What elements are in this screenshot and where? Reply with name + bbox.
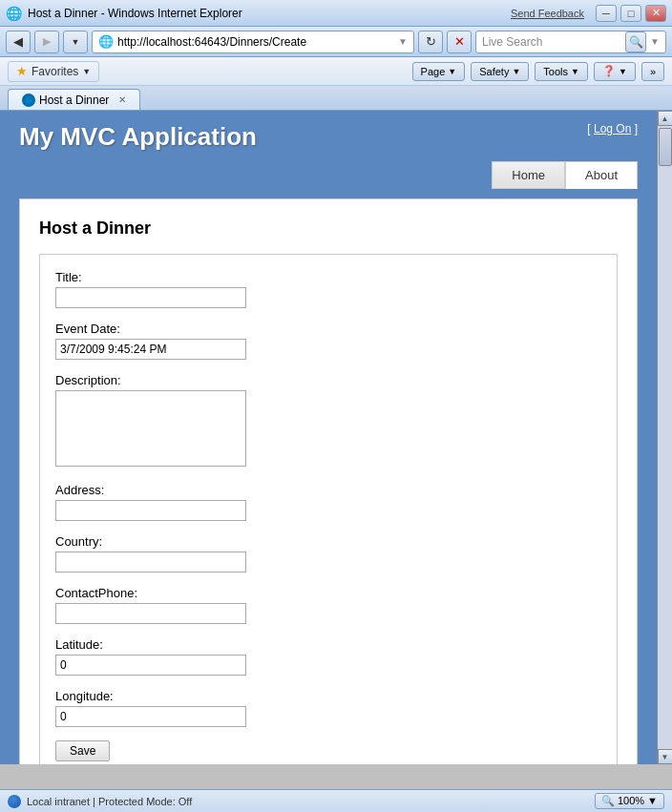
live-search-label: Live Search (482, 35, 542, 49)
send-feedback-link[interactable]: Send Feedback (511, 8, 584, 19)
zoom-level: 100% (618, 795, 644, 806)
event-date-input[interactable] (55, 339, 246, 360)
minimize-button[interactable]: ─ (596, 5, 617, 22)
tab-bar: Host a Dinner ✕ (0, 86, 672, 111)
title-label: Title: (55, 270, 601, 284)
recent-pages-button[interactable]: ▼ (63, 31, 88, 53)
safety-dropdown-icon: ▼ (512, 67, 520, 76)
help-icon: ❓ (602, 65, 616, 77)
ie-page-icon: 🌐 (98, 34, 114, 49)
latitude-form-group: Latitude: (55, 637, 601, 676)
refresh-button[interactable]: ↻ (418, 31, 443, 53)
description-textarea[interactable] (55, 390, 246, 467)
stop-button[interactable]: ✕ (447, 31, 472, 53)
browser-content: My MVC Application [ Log On ] Home About… (0, 111, 672, 764)
tab-close-icon[interactable]: ✕ (118, 94, 126, 105)
address-bar: ◀ ▶ ▼ 🌐 ▼ ↻ ✕ Live Search 🔍 ▼ (0, 27, 672, 57)
url-dropdown-icon[interactable]: ▼ (398, 36, 408, 47)
maximize-button[interactable]: □ (620, 5, 641, 22)
log-on-link[interactable]: Log On (594, 122, 631, 135)
app-header: My MVC Application [ Log On ] (0, 111, 657, 152)
event-date-form-group: Event Date: (55, 322, 601, 360)
url-input[interactable] (117, 35, 394, 49)
country-input[interactable] (55, 552, 246, 573)
scroll-thumb[interactable] (659, 128, 672, 166)
status-globe-icon (8, 795, 21, 808)
host-dinner-tab[interactable]: Host a Dinner ✕ (8, 89, 140, 110)
country-form-group: Country: (55, 534, 601, 573)
tools-dropdown-icon: ▼ (571, 67, 579, 76)
help-button[interactable]: ❓ ▼ (594, 62, 636, 81)
help-dropdown-icon: ▼ (619, 67, 627, 76)
tab-label: Host a Dinner (39, 94, 109, 107)
live-search-box: Live Search 🔍 ▼ (475, 31, 666, 53)
description-form-group: Description: (55, 373, 601, 469)
favorites-label: Favorites (32, 65, 78, 78)
tab-home[interactable]: Home (492, 161, 565, 189)
star-icon: ★ (16, 64, 28, 78)
status-zone-text: Local intranet | Protected Mode: Off (27, 796, 192, 807)
app-container: My MVC Application [ Log On ] Home About… (0, 111, 657, 764)
address-input[interactable] (55, 500, 246, 521)
page-card: Host a Dinner Title: Event Date: (19, 198, 638, 764)
contact-phone-input[interactable] (55, 603, 246, 624)
log-on-container: [ Log On ] (587, 122, 638, 135)
status-bar: Local intranet | Protected Mode: Off 🔍 1… (0, 789, 672, 812)
close-button[interactable]: ✕ (645, 5, 666, 22)
tab-about[interactable]: About (565, 161, 638, 189)
country-label: Country: (55, 534, 601, 549)
longitude-label: Longitude: (55, 689, 601, 703)
page-content: Host a Dinner Title: Event Date: (0, 189, 657, 764)
address-label: Address: (55, 483, 601, 497)
navigation-tabs: Home About (0, 152, 657, 189)
event-date-label: Event Date: (55, 322, 601, 336)
form-section: Title: Event Date: Description: (39, 254, 618, 764)
contact-phone-label: ContactPhone: (55, 586, 601, 600)
status-left: Local intranet | Protected Mode: Off (8, 795, 192, 808)
safety-menu-button[interactable]: Safety ▼ (471, 62, 529, 81)
longitude-input[interactable] (55, 706, 246, 727)
app-title: My MVC Application (19, 122, 257, 152)
search-button[interactable]: 🔍 (625, 31, 646, 52)
longitude-form-group: Longitude: (55, 689, 601, 727)
zoom-button[interactable]: 🔍 100% ▼ (595, 793, 664, 809)
scroll-up-button[interactable]: ▲ (658, 111, 673, 126)
ie-logo-icon: 🌐 (6, 6, 22, 21)
favorites-dropdown-icon: ▼ (82, 67, 91, 76)
contact-phone-form-group: ContactPhone: (55, 586, 601, 624)
search-dropdown-icon[interactable]: ▼ (650, 36, 660, 47)
window-title: Host a Dinner - Windows Internet Explore… (28, 7, 242, 20)
latitude-input[interactable] (55, 655, 246, 676)
page-label: Page (421, 66, 446, 77)
title-bar: 🌐 Host a Dinner - Windows Internet Explo… (0, 0, 672, 27)
status-right: 🔍 100% ▼ (595, 793, 664, 809)
tools-label: Tools (543, 66, 568, 77)
favorites-bar: ★ Favorites ▼ Page ▼ Safety ▼ Tools ▼ ❓ … (0, 57, 672, 86)
tab-favicon (22, 94, 35, 107)
safety-label: Safety (479, 66, 509, 77)
tools-menu-button[interactable]: Tools ▼ (535, 62, 588, 81)
page-heading: Host a Dinner (39, 219, 618, 239)
title-bar-left: 🌐 Host a Dinner - Windows Internet Explo… (6, 6, 242, 21)
url-bar-container: 🌐 ▼ (92, 31, 414, 53)
title-form-group: Title: (55, 270, 601, 308)
save-form-group: Save (55, 740, 601, 761)
page-dropdown-icon: ▼ (448, 67, 456, 76)
title-bar-right: Send Feedback ─ □ ✕ (511, 5, 666, 22)
latitude-label: Latitude: (55, 637, 601, 652)
scrollbar: ▲ ▼ (657, 111, 672, 764)
toolbar-overflow-button[interactable]: » (641, 62, 664, 81)
forward-button[interactable]: ▶ (34, 31, 59, 53)
scroll-down-button[interactable]: ▼ (658, 749, 673, 764)
title-input[interactable] (55, 287, 246, 308)
address-form-group: Address: (55, 483, 601, 521)
favorites-button[interactable]: ★ Favorites ▼ (8, 61, 99, 82)
save-button[interactable]: Save (55, 740, 110, 761)
page-menu-button[interactable]: Page ▼ (412, 62, 466, 81)
back-button[interactable]: ◀ (6, 31, 31, 53)
scroll-area[interactable]: My MVC Application [ Log On ] Home About… (0, 111, 657, 764)
description-label: Description: (55, 373, 601, 387)
